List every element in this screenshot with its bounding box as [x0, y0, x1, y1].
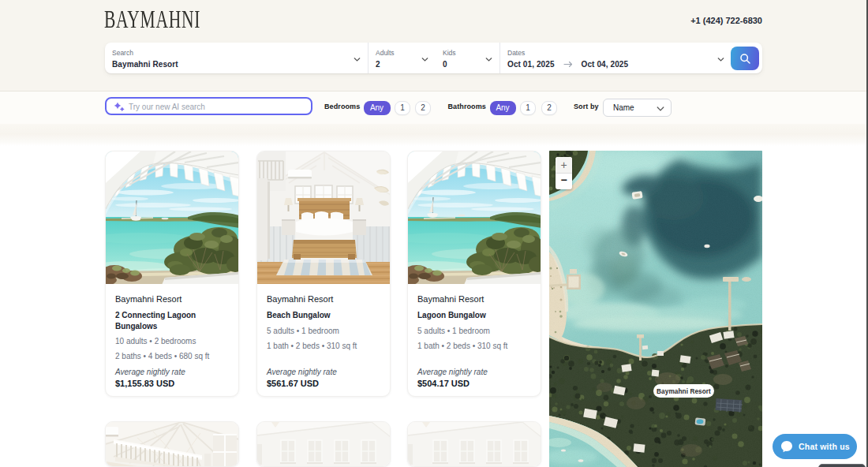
svg-text:Baymahni Resort: Baymahni Resort	[657, 388, 711, 395]
